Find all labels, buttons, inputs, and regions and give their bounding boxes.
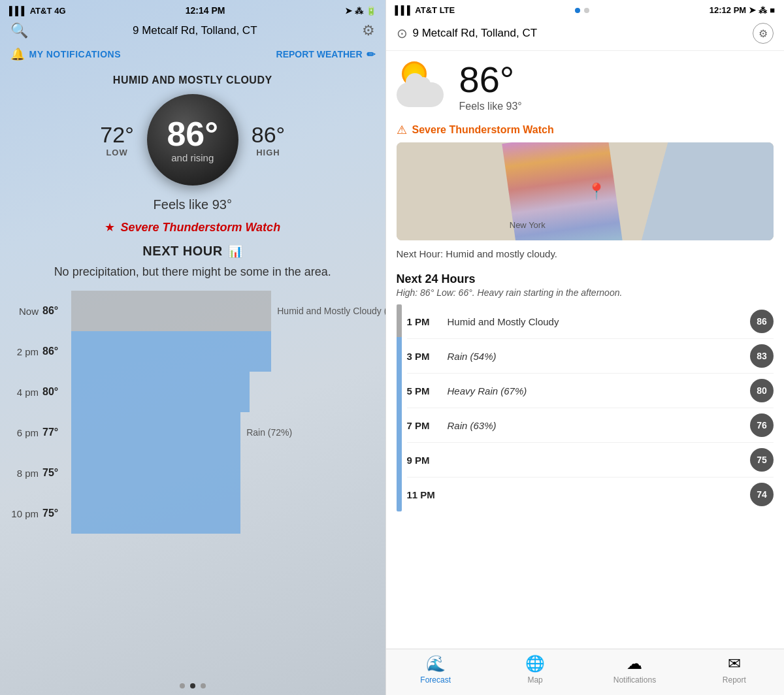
side-bar-gray [397,304,402,337]
map-background: 📍 New York [397,142,774,240]
chart-bar-now: Humid and Mostly Cloudy (13%) [71,291,379,331]
chart-temp-6pm: 77° [42,427,71,438]
forecast-label: Forecast [420,675,451,685]
main-temp-circle: 86° and rising [147,94,238,186]
dot-1[interactable] [180,683,185,688]
network-left: 4G [54,6,65,16]
next-hour-header: NEXT HOUR 📊 [142,244,242,259]
location-label-right: 9 Metcalf Rd, Tolland, CT [413,27,538,40]
hourly-row-1pm: 1 PM Humid and Mostly Cloudy 86 [407,304,774,339]
alert-text-left: Severe Thunderstorm Watch [120,221,280,234]
tab-forecast[interactable]: 🌊 Forecast [386,655,485,685]
h-time-5pm: 5 PM [407,385,440,396]
hourly-row-9pm: 9 PM 75 [407,443,774,477]
hourly-row-3pm: 3 PM Rain (54%) 83 [407,339,774,374]
chart-temp-2pm: 86° [42,346,71,357]
notifications-label: Notifications [613,675,656,685]
chart-temp-4pm: 80° [42,386,71,398]
status-bar-left: ▌▌▌ AT&T 4G 12:14 PM ➤ ⁂ 🔋 [0,0,385,18]
h-temp-1pm: 86 [750,310,774,333]
search-icon-right[interactable]: ⊙ [397,25,408,41]
signal-bars-right: ▌▌▌ [395,5,414,15]
chart-label-6pm: Rain (72%) [246,427,292,438]
map-icon: 🌐 [525,655,545,673]
report-icon: ✉ [728,655,741,673]
time-right: 12:12 PM [710,5,746,15]
next-24-section: Next 24 Hours High: 86° Low: 66°. Heavy … [386,266,784,649]
feels-like-right: Feels like 93° [459,101,522,112]
map-label: Map [527,675,542,685]
chart-time-4pm: 4 pm [0,387,42,398]
h-desc-1pm: Humid and Mostly Cloudy [448,316,742,327]
tab-map[interactable]: 🌐 Map [485,655,585,685]
location-label-left: 9 Metcalf Rd, Tolland, CT [133,24,257,37]
weather-icon-right [397,61,449,107]
right-panel: ▌▌▌ AT&T LTE 12:12 PM ➤ ⁂ ■ ⊙ 9 Metcalf … [386,0,784,695]
bluetooth-icon-right: ⁂ [759,5,767,15]
settings-icon-right[interactable]: ⚙ [753,23,774,44]
hourly-chart-left: Now 86° Humid and Mostly Cloudy (13%) 2 … [0,291,385,678]
alert-banner-right[interactable]: ⚠ Severe Thunderstorm Watch [386,119,784,142]
chart-row-6pm: 6 pm 77° Rain (72%) [0,412,379,453]
chart-temp-10pm: 75° [42,508,71,519]
dot-r-1 [575,8,580,13]
high-temp: 86° HIGH [252,122,285,157]
alert-circle-icon: ⚠ [397,123,407,137]
next-hour-desc: No precipitation, but there might be som… [41,264,344,280]
status-right-right: 12:12 PM ➤ ⁂ ■ [710,5,775,15]
next-24-title: Next 24 Hours [397,272,774,286]
side-bar-blue [397,337,402,511]
location-icon-left: ➤ [345,6,352,16]
h-temp-9pm: 75 [750,448,774,472]
carrier-right: AT&T [415,5,437,15]
chart-row-4pm: 4 pm 80° [0,372,379,412]
temp-row: 72° LOW 86° and rising 86° HIGH [100,94,285,186]
status-bar-right: ▌▌▌ AT&T LTE 12:12 PM ➤ ⁂ ■ [386,0,784,18]
map-pin: 📍 [587,182,606,201]
tab-notifications[interactable]: ☁ Notifications [585,655,684,685]
dot-2[interactable] [190,683,195,688]
h-time-1pm: 1 PM [407,316,440,327]
bell-icon: 🔔 [10,47,25,61]
hourly-list: 1 PM Humid and Mostly Cloudy 86 3 PM Rai… [397,304,774,511]
chart-bars-icon: 📊 [228,244,243,259]
h-temp-5pm: 80 [750,379,774,402]
my-notifications-button[interactable]: 🔔 MY NOTIFICATIONS [10,47,121,61]
low-temp: 72° LOW [100,122,133,157]
location-icon-right: ➤ [749,5,756,15]
battery-icon-right: ■ [770,5,775,15]
pencil-icon: ✏ [367,48,375,61]
chart-bar-2pm [71,331,379,372]
header-bar-left: 🔍 9 Metcalf Rd, Tolland, CT ⚙ [0,18,385,44]
map-city-label: New York [510,220,546,230]
alert-row-left[interactable]: ★ Severe Thunderstorm Watch [105,220,280,234]
gear-icon-left[interactable]: ⚙ [362,22,375,39]
notifications-icon: ☁ [627,655,642,673]
chart-row-10pm: 10 pm 75° [0,493,379,534]
dot-3[interactable] [201,683,206,688]
chart-bar-10pm [71,493,379,534]
report-weather-button[interactable]: REPORT WEATHER ✏ [276,48,375,61]
next-hour-title: NEXT HOUR [142,244,222,259]
alert-star-icon: ★ [105,220,115,234]
radar-map[interactable]: 📍 New York [397,142,774,240]
temp-hero-info: 86° Feels like 93° [459,61,522,112]
chart-time-2pm: 2 pm [0,346,42,357]
page-dots-right [455,8,710,13]
time-left: 12:14 PM [186,5,225,16]
carrier-info-right: ▌▌▌ AT&T LTE [395,5,455,15]
chart-time-now: Now [0,306,42,317]
bluetooth-icon-left: ⁂ [355,6,363,16]
h-temp-7pm: 76 [750,413,774,437]
chart-bar-4pm [71,372,379,412]
chart-label-now: Humid and Mostly Cloudy (13%) [277,306,385,316]
search-icon-left[interactable]: 🔍 [10,22,28,39]
cloud-icon [397,82,444,107]
weather-hero-right: 86° Feels like 93° [386,51,784,119]
chart-row-8pm: 8 pm 75° [0,453,379,493]
carrier-info-left: ▌▌▌ AT&T 4G [9,6,66,16]
condition-title: HUMID AND MOSTLY CLOUDY [113,74,272,86]
tab-report[interactable]: ✉ Report [685,655,784,685]
feels-like-left: Feels like 93° [154,197,232,212]
weather-main-left: HUMID AND MOSTLY CLOUDY 72° LOW 86° and … [0,68,385,291]
